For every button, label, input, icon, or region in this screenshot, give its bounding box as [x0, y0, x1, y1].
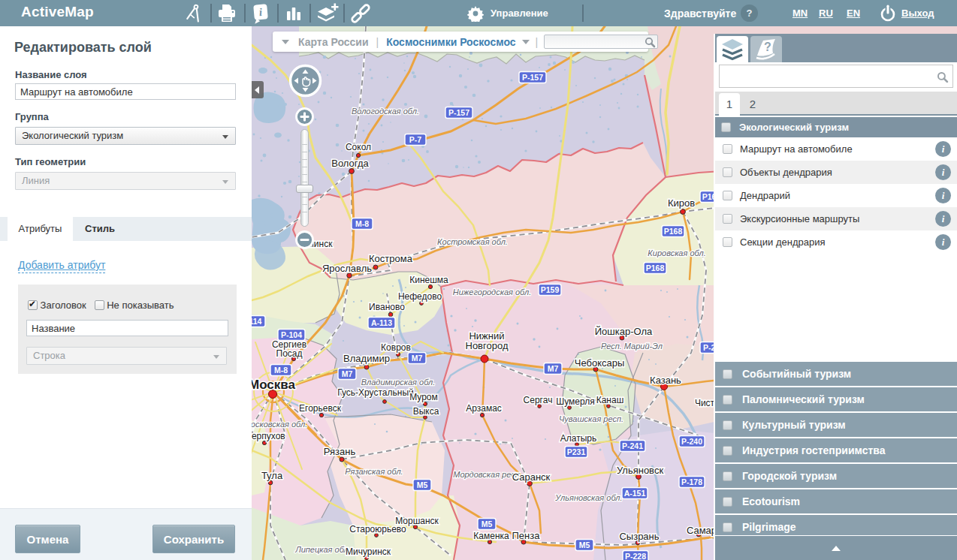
svg-text:А-151: А-151	[624, 489, 646, 498]
svg-text:Р159: Р159	[541, 285, 560, 294]
svg-text:Р-157: Р-157	[448, 108, 469, 117]
svg-text:Нефедово: Нефедово	[398, 291, 442, 302]
svg-text:Москва: Москва	[252, 378, 296, 392]
svg-text:Владимирская обл.: Владимирская обл.	[361, 378, 436, 387]
svg-text:Самар: Самар	[687, 525, 717, 536]
svg-text:Костромская обл.: Костромская обл.	[437, 237, 508, 246]
svg-text:М5: М5	[482, 519, 493, 528]
svg-text:Р-157: Р-157	[522, 73, 543, 82]
svg-text:Сергач: Сергач	[524, 395, 553, 405]
svg-text:Вологодская обл.: Вологодская обл.	[352, 107, 419, 116]
svg-text:Р168: Р168	[664, 227, 683, 236]
svg-text:М7: М7	[342, 369, 353, 378]
svg-text:Ярославль: Ярославль	[322, 263, 372, 274]
svg-text:Канаш: Канаш	[596, 395, 624, 405]
svg-text:Арзамас: Арзамас	[466, 403, 502, 414]
svg-text:Мичуринск: Мичуринск	[346, 546, 391, 557]
svg-text:114: 114	[252, 317, 262, 326]
svg-text:Казань: Казань	[650, 375, 681, 386]
svg-text:М5: М5	[579, 540, 590, 549]
svg-text:Каменка: Каменка	[473, 531, 509, 541]
svg-text:Ковров: Ковров	[381, 342, 411, 353]
svg-text:Новгород: Новгород	[466, 340, 509, 351]
svg-text:Киров: Киров	[668, 197, 695, 209]
svg-text:Пенза: Пенза	[512, 530, 541, 541]
svg-text:Муром: Муром	[409, 392, 438, 402]
svg-text:Сызрань: Сызрань	[619, 531, 659, 542]
svg-text:Р-228: Р-228	[625, 552, 646, 560]
svg-text:Липецкая обл.: Липецкая обл.	[294, 545, 351, 554]
svg-text:Шумерля: Шумерля	[556, 396, 595, 407]
svg-text:Кинешма: Кинешма	[409, 275, 448, 285]
svg-text:Саранск: Саранск	[512, 471, 551, 483]
svg-text:М7: М7	[412, 354, 423, 363]
svg-text:М-8: М-8	[355, 219, 369, 228]
svg-text:Владимир: Владимир	[343, 353, 390, 364]
svg-text:Алатырь: Алатырь	[560, 433, 596, 444]
svg-text:Р168: Р168	[646, 263, 665, 272]
svg-text:М-8: М-8	[274, 366, 288, 375]
svg-text:Чебоксары: Чебоксары	[575, 357, 625, 369]
svg-text:Чувашская респ.: Чувашская респ.	[559, 414, 623, 423]
svg-text:Чист: Чист	[695, 398, 715, 408]
svg-text:?: ?	[764, 41, 771, 53]
svg-text:А-113: А-113	[371, 318, 392, 327]
svg-text:Р-104: Р-104	[281, 330, 302, 339]
svg-text:Ульяновск: Ульяновск	[617, 465, 663, 476]
svg-text:М5: М5	[417, 480, 428, 489]
svg-text:Московская обл.: Московская обл.	[252, 420, 307, 429]
svg-text:Посад: Посад	[276, 348, 303, 359]
svg-text:Респ. Марий-Эл: Респ. Марий-Эл	[601, 342, 663, 351]
svg-text:Вологда: Вологда	[331, 158, 369, 169]
svg-text:Гусь-Хрустальный: Гусь-Хрустальный	[337, 387, 413, 398]
svg-text:Серпухов: Серпухов	[252, 431, 285, 441]
svg-text:Рязанская обл.: Рязанская обл.	[345, 467, 403, 476]
svg-text:М7: М7	[548, 364, 559, 373]
svg-text:Кировская обл.: Кировская обл.	[648, 248, 705, 257]
svg-text:Иваново: Иваново	[369, 302, 405, 312]
svg-text:Р-241: Р-241	[622, 441, 643, 450]
svg-text:Выкса: Выкса	[413, 406, 439, 417]
svg-text:Староюрьево: Староюрьево	[349, 524, 406, 534]
svg-text:Йошкар-Ола: Йошкар-Ола	[595, 326, 653, 337]
svg-text:Егорьевск: Егорьевск	[299, 403, 342, 414]
svg-text:Тула: Тула	[261, 470, 283, 481]
svg-text:Р-240: Р-240	[681, 437, 702, 446]
svg-text:Сокол: Сокол	[346, 142, 371, 152]
svg-text:Р-7: Р-7	[409, 135, 422, 144]
svg-text:Кострома: Кострома	[369, 253, 413, 264]
svg-text:Рязань: Рязань	[324, 446, 356, 457]
svg-text:Нижегородская обл.: Нижегородская обл.	[453, 288, 532, 297]
svg-text:Р-178: Р-178	[681, 477, 702, 486]
svg-text:Ульяновская обл.: Ульяновская обл.	[554, 493, 622, 502]
svg-text:Р231: Р231	[567, 447, 586, 456]
